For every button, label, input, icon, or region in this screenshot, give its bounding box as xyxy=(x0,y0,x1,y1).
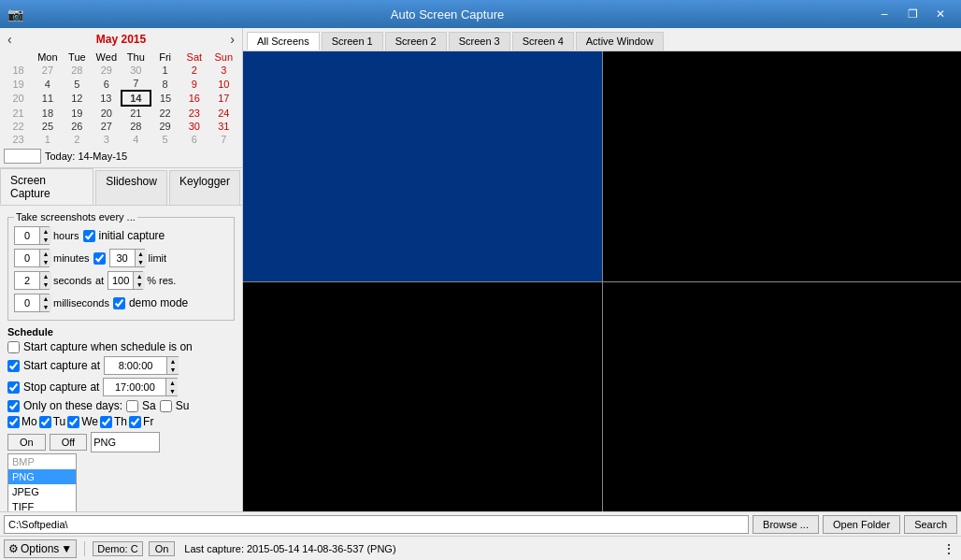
fri-checkbox[interactable] xyxy=(129,416,141,428)
tab-slideshow[interactable]: Slideshow xyxy=(95,170,167,205)
browse-button[interactable]: Browse ... xyxy=(753,515,819,534)
format-bmp-item[interactable]: BMP xyxy=(8,454,76,469)
calendar-day[interactable]: 22 xyxy=(151,106,179,120)
minutes-up-button[interactable]: ▲ xyxy=(40,250,51,258)
calendar-day[interactable]: 9 xyxy=(179,77,208,91)
seconds-spinner[interactable]: ▲ ▼ xyxy=(14,271,50,290)
calendar-day[interactable]: 15 xyxy=(151,91,179,106)
calendar-day[interactable]: 25 xyxy=(33,120,63,133)
calendar-day[interactable]: 7 xyxy=(122,77,151,91)
start-when-checkbox[interactable] xyxy=(7,341,20,353)
calendar-day[interactable]: 7 xyxy=(209,133,239,146)
start-time-down[interactable]: ▼ xyxy=(167,366,179,374)
path-input[interactable] xyxy=(4,515,749,534)
format-tiff-item[interactable]: TIFF xyxy=(8,499,76,511)
ms-spinner[interactable]: ▲ ▼ xyxy=(14,294,50,312)
calendar-day[interactable]: 3 xyxy=(209,64,239,77)
minutes-spinner[interactable]: ▲ ▼ xyxy=(14,249,50,267)
sun-checkbox[interactable] xyxy=(160,400,172,412)
calendar-day[interactable]: 27 xyxy=(33,64,63,77)
calendar-day[interactable]: 1 xyxy=(151,64,179,77)
format-select[interactable]: PNG BMP JPEG TIFF WMF xyxy=(91,432,160,452)
tab-screen3[interactable]: Screen 3 xyxy=(449,32,510,50)
hours-down-button[interactable]: ▼ xyxy=(40,236,51,244)
restore-button[interactable]: ❐ xyxy=(899,4,925,24)
thu-checkbox[interactable] xyxy=(100,416,112,428)
hours-up-button[interactable]: ▲ xyxy=(40,227,51,236)
calendar-day[interactable]: 16 xyxy=(179,91,208,106)
limit-up-button[interactable]: ▲ xyxy=(136,250,147,258)
limit-spinner[interactable]: ▲ ▼ xyxy=(109,249,145,267)
calendar-day[interactable]: 31 xyxy=(209,120,239,133)
calendar-day[interactable]: 29 xyxy=(151,120,179,133)
seconds-down-button[interactable]: ▼ xyxy=(40,280,51,289)
calendar-day[interactable]: 18 xyxy=(4,64,33,77)
ms-down-button[interactable]: ▼ xyxy=(40,303,51,311)
stop-time-up[interactable]: ▲ xyxy=(166,379,178,387)
ms-up-button[interactable]: ▲ xyxy=(40,294,51,303)
calendar-day[interactable]: 24 xyxy=(209,106,239,120)
sat-checkbox[interactable] xyxy=(126,400,138,412)
calendar-day[interactable]: 13 xyxy=(92,91,122,106)
pct-input[interactable] xyxy=(108,272,133,289)
tab-screen1[interactable]: Screen 1 xyxy=(322,32,383,50)
search-button[interactable]: Search xyxy=(904,515,957,534)
calendar-day[interactable]: 2 xyxy=(63,133,92,146)
calendar-day[interactable]: 5 xyxy=(63,77,92,91)
initial-capture-checkbox[interactable] xyxy=(83,230,95,242)
hours-spinner[interactable]: ▲ ▼ xyxy=(14,226,50,245)
calendar-day[interactable]: 6 xyxy=(92,77,122,91)
calendar-day[interactable]: 23 xyxy=(179,106,208,120)
pct-down-button[interactable]: ▼ xyxy=(134,280,145,289)
calendar-day[interactable]: 5 xyxy=(151,133,179,146)
calendar-day[interactable]: 22 xyxy=(4,120,33,133)
limit-down-button[interactable]: ▼ xyxy=(136,258,147,266)
tab-keylogger[interactable]: Keylogger xyxy=(169,170,240,205)
minimize-button[interactable]: – xyxy=(871,4,897,24)
stop-at-time-input[interactable]: ▲ ▼ xyxy=(103,378,178,396)
seconds-input[interactable] xyxy=(15,272,39,289)
calendar-day[interactable]: 28 xyxy=(122,120,151,133)
calendar-day[interactable]: 26 xyxy=(63,120,92,133)
calendar-day[interactable]: 8 xyxy=(151,77,179,91)
demo-mode-checkbox[interactable] xyxy=(113,297,125,309)
pct-spinner[interactable]: ▲ ▼ xyxy=(108,271,143,290)
tab-screen-capture[interactable]: Screen Capture xyxy=(0,168,93,205)
calendar-day[interactable]: 19 xyxy=(63,106,92,120)
calendar-day[interactable]: 14 xyxy=(122,91,151,106)
calendar-next-button[interactable]: › xyxy=(226,32,238,47)
stop-time-down[interactable]: ▼ xyxy=(166,387,178,395)
calendar-day[interactable]: 20 xyxy=(92,106,122,120)
calendar-day[interactable]: 18 xyxy=(33,106,63,120)
tue-checkbox[interactable] xyxy=(39,416,51,428)
calendar-day[interactable]: 17 xyxy=(209,91,239,106)
format-jpeg-item[interactable]: JPEG xyxy=(8,484,76,499)
on-button[interactable]: On xyxy=(7,434,46,451)
start-at-checkbox[interactable] xyxy=(7,360,20,372)
minutes-down-button[interactable]: ▼ xyxy=(40,258,51,266)
calendar-prev-button[interactable]: ‹ xyxy=(4,32,16,47)
calendar-day[interactable]: 11 xyxy=(33,91,63,106)
ms-input[interactable] xyxy=(15,294,39,311)
tab-screen2[interactable]: Screen 2 xyxy=(385,32,447,50)
calendar-day[interactable]: 21 xyxy=(122,106,151,120)
calendar-day[interactable]: 30 xyxy=(179,120,208,133)
start-time-field[interactable] xyxy=(105,357,166,374)
calendar-day[interactable]: 12 xyxy=(63,91,92,106)
pct-up-button[interactable]: ▲ xyxy=(134,272,145,280)
off-button[interactable]: Off xyxy=(50,434,87,451)
calendar-day[interactable]: 30 xyxy=(122,64,151,77)
tab-all-screens[interactable]: All Screens xyxy=(247,32,320,50)
calendar-day[interactable]: 27 xyxy=(92,120,122,133)
limit-checkbox[interactable] xyxy=(93,252,106,265)
calendar-day[interactable]: 10 xyxy=(209,77,239,91)
calendar-day[interactable]: 1 xyxy=(33,133,63,146)
calendar-day[interactable]: 6 xyxy=(179,133,208,146)
options-button[interactable]: ⚙ Options ▼ xyxy=(4,539,77,558)
calendar-day[interactable]: 19 xyxy=(4,77,33,91)
calendar-day[interactable]: 4 xyxy=(122,133,151,146)
start-time-up[interactable]: ▲ xyxy=(167,357,179,366)
tab-screen4[interactable]: Screen 4 xyxy=(512,32,574,50)
hours-input[interactable] xyxy=(15,227,39,244)
stop-time-field[interactable] xyxy=(104,379,165,395)
